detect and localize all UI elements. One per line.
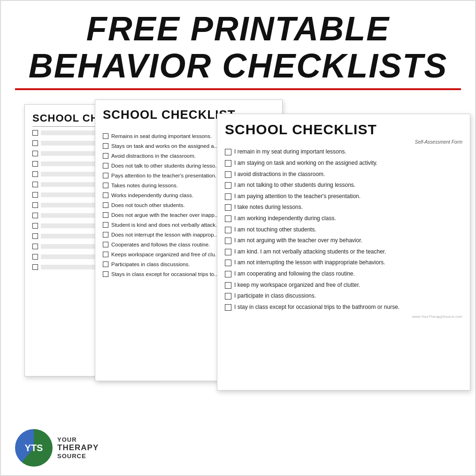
checkbox[interactable] — [103, 143, 108, 149]
item-label: I am not interrupting the lesson with in… — [234, 259, 385, 267]
checkbox[interactable] — [225, 304, 231, 311]
checkbox[interactable] — [32, 192, 38, 198]
item-label: Keeps workspace organized and free of cl… — [111, 251, 219, 258]
checkbox[interactable] — [103, 202, 108, 208]
checkbox[interactable] — [225, 215, 231, 222]
item-label: Remains in seat during important lessons… — [111, 133, 212, 140]
checkbox[interactable] — [32, 233, 38, 239]
item-label: Participates in class discussions. — [111, 261, 190, 268]
checkbox[interactable] — [32, 171, 38, 177]
checkbox[interactable] — [225, 260, 231, 266]
card3-subtitle: Self-Assessment Form — [225, 139, 462, 145]
header-line1: FREE PRINTABLE — [15, 10, 461, 47]
checkbox[interactable] — [225, 249, 231, 255]
checkbox[interactable] — [32, 140, 38, 146]
checkbox[interactable] — [103, 242, 108, 247]
list-item: I participate in class discussions. — [225, 292, 462, 300]
checkbox[interactable] — [225, 149, 231, 155]
checkbox[interactable] — [103, 232, 108, 238]
item-label: I participate in class discussions. — [234, 292, 316, 300]
checkbox[interactable] — [103, 261, 108, 267]
logo-initials: YTS — [25, 443, 43, 453]
item-label: I avoid distractions in the classroom. — [234, 171, 325, 178]
header-title: FREE PRINTABLE BEHAVIOR CHECKLISTS — [15, 10, 461, 84]
checkbox[interactable] — [103, 271, 108, 277]
item-label: I am not talking to other students durin… — [234, 182, 355, 189]
red-divider — [15, 88, 461, 90]
item-label: Pays attention to the teacher's presenta… — [111, 172, 219, 179]
checkbox[interactable] — [225, 204, 231, 211]
item-label: Avoid distractions in the classroom. — [111, 153, 196, 160]
checkbox[interactable] — [103, 153, 108, 159]
item-label: Takes notes during lessons. — [111, 182, 178, 189]
list-item: I am working independently during class. — [225, 215, 462, 223]
item-label: Does not argue with the teacher over ina… — [111, 212, 219, 219]
checkbox[interactable] — [32, 202, 38, 208]
item-label: Stays on task and works on the assigned … — [111, 143, 218, 150]
checkbox[interactable] — [32, 161, 38, 167]
item-label: I stay in class except for occasional tr… — [234, 304, 399, 311]
item-label: Cooperates and follows the class routine… — [111, 241, 210, 248]
checkbox[interactable] — [103, 183, 108, 188]
checkbox[interactable] — [103, 163, 108, 169]
item-label: I remain in my seat during important les… — [234, 148, 346, 156]
logo-line3: SOURCE — [57, 453, 99, 460]
list-item: I am paying attention to the teacher's p… — [225, 193, 462, 200]
list-item: I stay in class except for occasional tr… — [225, 304, 462, 311]
checkbox[interactable] — [32, 254, 38, 260]
card3-title: SCHOOL CHECKLIST — [225, 122, 462, 138]
checkbox[interactable] — [103, 222, 108, 228]
checkbox[interactable] — [225, 227, 231, 233]
checkbox[interactable] — [32, 182, 38, 187]
list-item: I am cooperating and following the class… — [225, 270, 462, 278]
checkbox[interactable] — [32, 151, 38, 156]
list-item: I am staying on task and working on the … — [225, 160, 462, 167]
website-text: www.YourTherapySource.com — [225, 315, 462, 319]
checkbox[interactable] — [103, 133, 108, 139]
logo-text-area: YOUR THERAPY SOURCE — [57, 436, 99, 460]
item-label: I am not arguing with the teacher over m… — [234, 237, 362, 245]
cards-area: SCHOOL CHECKLIST SCHOOL CHECKLIST Observ… — [15, 100, 461, 400]
list-item: I keep my workspace organized and free o… — [225, 282, 462, 289]
item-label: I am paying attention to the teacher's p… — [234, 193, 361, 200]
list-item: I take notes during lessons. — [225, 204, 462, 211]
item-label: I am working independently during class. — [234, 215, 336, 223]
checkbox[interactable] — [103, 212, 108, 218]
checkbox[interactable] — [103, 173, 108, 178]
list-item: I am kind. I am not verbally attacking s… — [225, 248, 462, 256]
checkbox[interactable] — [225, 293, 231, 299]
logo-circle: YTS — [15, 429, 53, 467]
card3-items: I remain in my seat during important les… — [225, 148, 462, 311]
checkbox[interactable] — [225, 238, 231, 244]
checkbox[interactable] — [32, 213, 38, 218]
checkbox[interactable] — [103, 252, 108, 257]
item-label: I am cooperating and following the class… — [234, 270, 355, 278]
checkbox[interactable] — [225, 182, 231, 189]
item-label: Student is kind and does not verbally at… — [111, 222, 220, 229]
item-label: I am not touching other students. — [234, 226, 316, 234]
checkbox[interactable] — [32, 264, 38, 270]
item-label: Stays in class except for occasional tri… — [111, 271, 219, 278]
checkbox[interactable] — [32, 244, 38, 249]
checkbox[interactable] — [225, 171, 231, 178]
checkbox[interactable] — [225, 160, 231, 167]
item-label: I am staying on task and working on the … — [234, 160, 377, 167]
item-label: I am kind. I am not verbally attacking s… — [234, 248, 386, 256]
checkbox[interactable] — [225, 193, 231, 200]
checkbox[interactable] — [32, 130, 38, 136]
checkbox[interactable] — [103, 192, 108, 198]
checkbox[interactable] — [32, 223, 38, 229]
logo-line2: THERAPY — [57, 443, 99, 453]
item-label: Does not interrupt the lesson with inapp… — [111, 231, 218, 238]
checkbox[interactable] — [225, 271, 231, 277]
list-item: I am not touching other students. — [225, 226, 462, 234]
logo-area: YTS YOUR THERAPY SOURCE — [15, 429, 99, 467]
item-label: Does not talk to other students during l… — [111, 162, 220, 169]
list-item: I am not interrupting the lesson with in… — [225, 259, 462, 267]
list-item: I avoid distractions in the classroom. — [225, 171, 462, 178]
item-label: I take notes during lessons. — [234, 204, 303, 211]
list-item: I am not arguing with the teacher over m… — [225, 237, 462, 245]
checkbox[interactable] — [225, 282, 231, 289]
main-container: FREE PRINTABLE BEHAVIOR CHECKLISTS SCHOO… — [0, 0, 476, 476]
header-line2: BEHAVIOR CHECKLISTS — [15, 47, 461, 84]
